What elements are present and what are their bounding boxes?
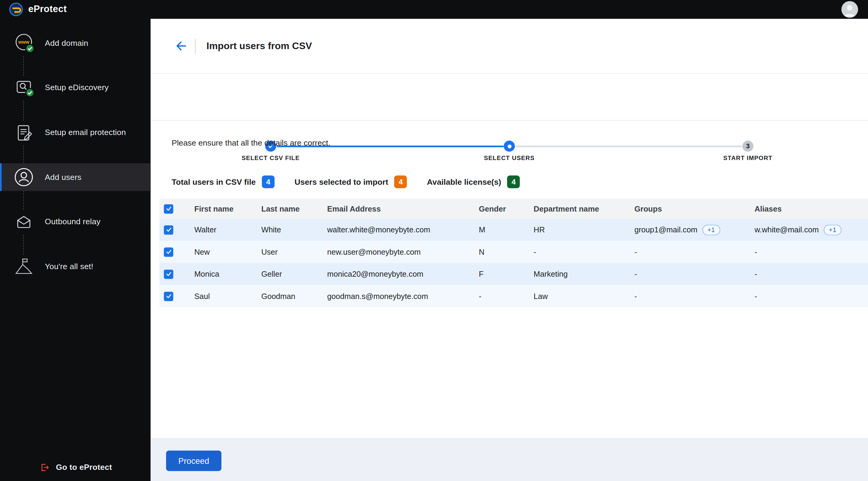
step-2-active-icon — [504, 141, 515, 152]
users-table: First name Last name Email Address Gende… — [159, 199, 868, 307]
cell-first-name: Walter — [194, 225, 261, 234]
cell-department: Law — [534, 292, 634, 300]
globe-www-icon: www — [12, 31, 36, 56]
row-checkbox[interactable] — [164, 291, 173, 301]
sidebar-item-label: Outbound relay — [45, 217, 101, 226]
step-3-label: START IMPORT — [681, 154, 814, 161]
flag-mountain-icon — [12, 254, 36, 279]
cell-email: goodman.s@moneybyte.com — [327, 292, 479, 300]
cell-department: HR — [534, 225, 634, 234]
page-title: Import users from CSV — [207, 40, 312, 52]
step-3-number: 3 — [742, 141, 753, 152]
stepper-dash-connector — [23, 235, 24, 255]
sidebar: www Add domain Setup eDiscovery Setup em… — [0, 0, 151, 481]
stepper-dash-connector — [23, 146, 24, 165]
sidebar-item-outbound-relay[interactable]: Outbound relay — [0, 207, 151, 235]
table-header-row: First name Last name Email Address Gende… — [159, 199, 868, 219]
stat-label: Total users in CSV file — [172, 178, 255, 186]
cell-email: new.user@moneybyte.com — [327, 248, 479, 256]
table-row: Monica Geller monica20@moneybyte.com F M… — [159, 263, 868, 285]
stat-label: Users selected to import — [294, 178, 388, 186]
stepper-line-upcoming — [515, 146, 742, 147]
cell-department: - — [534, 248, 634, 256]
row-checkbox[interactable] — [164, 247, 173, 256]
cell-gender: - — [479, 292, 534, 300]
back-arrow-button[interactable] — [173, 38, 189, 54]
stats-row: Total users in CSV file 4 Users selected… — [172, 175, 520, 188]
stepper-dash-connector — [23, 56, 24, 76]
outbound-relay-icon — [12, 209, 36, 233]
header-divider — [195, 39, 196, 54]
cell-first-name: Saul — [194, 292, 261, 300]
select-all-checkbox[interactable] — [164, 204, 173, 213]
stat-label: Available license(s) — [427, 178, 501, 186]
svg-text:www: www — [18, 39, 30, 44]
col-header-groups: Groups — [634, 204, 755, 213]
sidebar-item-add-domain[interactable]: www Add domain — [0, 29, 151, 57]
cell-aliases: w.white@mail.com+1 — [754, 225, 868, 235]
sidebar-item-label: Setup email protection — [45, 128, 126, 136]
aliases-more-chip[interactable]: +1 — [824, 225, 841, 235]
stat-selected-users: Users selected to import 4 — [294, 175, 407, 188]
wizard-stepper: 3 SELECT CSV FILE SELECT USERS START IMP… — [151, 73, 868, 121]
cell-department: Marketing — [534, 269, 634, 278]
bottom-action-bar: Proceed — [151, 439, 868, 481]
app-window: www Add domain Setup eDiscovery Setup em… — [0, 0, 868, 481]
eprotect-logo-icon — [9, 2, 23, 17]
add-users-icon — [12, 165, 36, 189]
proceed-button[interactable]: Proceed — [166, 451, 221, 471]
stat-badge-total: 4 — [262, 175, 275, 188]
cell-last-name: Geller — [261, 269, 327, 278]
col-header-email: Email Address — [327, 204, 479, 213]
cell-email: walter.white@moneybyte.com — [327, 225, 479, 234]
cell-last-name: White — [261, 225, 327, 234]
row-checkbox[interactable] — [164, 225, 173, 234]
cell-groups: - — [634, 269, 755, 278]
sidebar-item-label: Add domain — [45, 39, 88, 47]
sidebar-item-setup-ediscovery[interactable]: Setup eDiscovery — [0, 73, 151, 101]
cell-first-name: Monica — [194, 269, 261, 278]
step-1-label: SELECT CSV FILE — [204, 154, 337, 161]
cell-last-name: Goodman — [261, 292, 327, 300]
go-to-eprotect-label: Go to eProtect — [56, 463, 112, 472]
table-body: Walter White walter.white@moneybyte.com … — [159, 219, 868, 308]
groups-more-chip[interactable]: +1 — [702, 225, 720, 235]
topbar: eProtect — [0, 0, 868, 19]
col-header-gender: Gender — [479, 204, 534, 213]
sidebar-item-label: Setup eDiscovery — [45, 83, 109, 92]
cell-groups: - — [634, 248, 755, 256]
cell-last-name: User — [261, 248, 327, 256]
step-2-label: SELECT USERS — [443, 154, 576, 161]
cell-groups: group1@mail.com+1 — [634, 225, 755, 235]
table-row: Saul Goodman goodman.s@moneybyte.com - L… — [159, 285, 868, 307]
app-title: eProtect — [28, 4, 67, 15]
sidebar-item-all-set[interactable]: You're all set! — [0, 253, 151, 280]
ediscovery-icon — [12, 75, 36, 100]
stat-badge-selected: 4 — [394, 175, 407, 188]
col-header-aliases: Aliases — [754, 204, 868, 213]
exit-icon — [40, 462, 49, 472]
sidebar-item-add-users[interactable]: Add users — [0, 163, 151, 191]
cell-gender: M — [479, 225, 534, 234]
col-header-first-name: First name — [194, 204, 261, 213]
stat-available-licenses: Available license(s) 4 — [427, 175, 520, 188]
cell-groups: - — [634, 292, 755, 300]
sidebar-item-label: Add users — [45, 173, 82, 182]
col-header-department: Department name — [534, 204, 634, 213]
stat-badge-licenses: 4 — [507, 175, 520, 188]
table-row: New User new.user@moneybyte.com N - - - — [159, 241, 868, 263]
stepper-dash-connector — [23, 101, 24, 121]
main-content: Import users from CSV 3 SELECT CSV FILE … — [151, 19, 868, 481]
cell-first-name: New — [194, 248, 261, 256]
cell-aliases: - — [754, 248, 868, 256]
sidebar-item-setup-email-protection[interactable]: Setup email protection — [0, 119, 151, 146]
sidebar-item-label: You're all set! — [45, 262, 93, 270]
cell-email: monica20@moneybyte.com — [327, 269, 479, 278]
confirmation-note: Please ensure that all the details are c… — [172, 138, 330, 147]
col-header-last-name: Last name — [261, 204, 327, 213]
row-checkbox[interactable] — [164, 269, 173, 279]
stat-total-users: Total users in CSV file 4 — [172, 175, 275, 188]
user-avatar[interactable] — [841, 1, 858, 18]
go-to-eprotect-link[interactable]: Go to eProtect — [0, 459, 151, 475]
cell-gender: F — [479, 269, 534, 278]
